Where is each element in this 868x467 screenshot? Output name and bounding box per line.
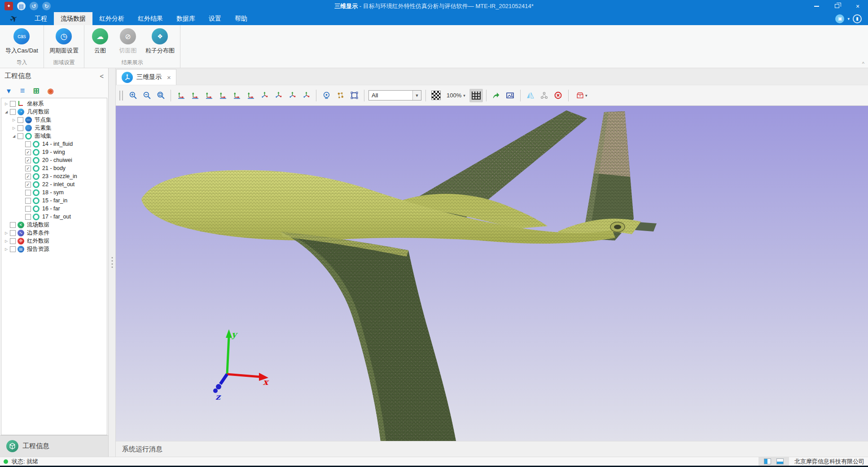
tree-expander[interactable]: ▷ bbox=[3, 231, 9, 235]
display-filter-combo[interactable]: All ▼ bbox=[368, 90, 421, 100]
redo-icon[interactable]: ↻ bbox=[42, 2, 51, 10]
tree-expander[interactable]: ▷ bbox=[11, 118, 17, 122]
transparency-button[interactable] bbox=[429, 89, 443, 102]
viewport-3d[interactable]: y x z bbox=[116, 106, 868, 441]
tree-row[interactable]: ✓ 20 - chuiwei bbox=[1, 156, 107, 164]
tree-row[interactable]: ✓ 21 - body bbox=[1, 164, 107, 172]
tree-row[interactable]: 流场数据 bbox=[1, 221, 107, 229]
tree-row[interactable]: 16 - far bbox=[1, 205, 107, 213]
tree-checkbox[interactable] bbox=[18, 133, 23, 139]
menu-item[interactable]: 流场数据 bbox=[54, 12, 92, 25]
panel-splitter[interactable] bbox=[109, 68, 116, 457]
tree-row[interactable]: ▷ 节点集 bbox=[1, 116, 107, 124]
section-box-button[interactable]: ▾ bbox=[572, 89, 592, 102]
menu-item[interactable]: 帮助 bbox=[228, 12, 254, 25]
tree-checkbox[interactable] bbox=[25, 206, 31, 212]
project-info-bottom-tab[interactable]: 工程信息 bbox=[0, 435, 108, 457]
particle-trace-button[interactable] bbox=[333, 89, 347, 102]
sync-button[interactable] bbox=[538, 89, 551, 102]
menu-item[interactable]: 红外结果 bbox=[131, 12, 170, 25]
close-button[interactable]: × bbox=[847, 0, 868, 12]
rotate-view-button-2[interactable] bbox=[272, 89, 285, 102]
zoom-in-button[interactable] bbox=[126, 89, 140, 102]
tree-expander[interactable]: ▷ bbox=[3, 247, 9, 251]
view-bottom-button[interactable] bbox=[244, 89, 257, 102]
tree-checkbox[interactable] bbox=[10, 222, 16, 228]
tree-row[interactable]: 18 - sym bbox=[1, 188, 107, 196]
zoom-level-dropdown[interactable]: 100% ▾ bbox=[443, 92, 469, 99]
remove-button[interactable] bbox=[552, 89, 565, 102]
tree-row[interactable]: ▷ 元素集 bbox=[1, 124, 107, 132]
tree-checkbox[interactable] bbox=[10, 238, 16, 244]
tree-checkbox[interactable]: ✓ bbox=[25, 149, 31, 155]
tree-row[interactable]: 14 - int_fluid bbox=[1, 140, 107, 148]
tree-row[interactable]: ✓ 22 - inlet_out bbox=[1, 180, 107, 188]
tree-row[interactable]: ✓ 19 - wing bbox=[1, 148, 107, 156]
period-face-button[interactable]: ◷ 周期面设置 bbox=[46, 28, 82, 55]
style-icon[interactable]: ▣ bbox=[835, 14, 844, 23]
tree-row[interactable]: 15 - far_in bbox=[1, 196, 107, 205]
app-pin-icon[interactable]: ✦ bbox=[4, 2, 13, 10]
snapshot-button[interactable] bbox=[504, 89, 517, 102]
tree-checkbox[interactable] bbox=[25, 214, 31, 220]
view-left-button[interactable] bbox=[202, 89, 215, 102]
tree-checkbox[interactable] bbox=[10, 109, 16, 115]
ribbon-collapse-chevron[interactable]: ^ bbox=[862, 61, 864, 66]
tree-checkbox[interactable] bbox=[10, 230, 16, 236]
tree-row[interactable]: ▷ 红外数据 bbox=[1, 237, 107, 245]
tree-checkbox[interactable]: ✓ bbox=[25, 174, 31, 179]
tree-row[interactable]: ▷ 报告资源 bbox=[1, 245, 107, 253]
minimize-button[interactable] bbox=[806, 0, 827, 12]
filter-icon[interactable]: ▼ bbox=[5, 87, 12, 95]
tab-3d-view[interactable]: 三维显示 × bbox=[116, 69, 176, 85]
tree-row[interactable]: ◢ 面域集 bbox=[1, 132, 107, 140]
tree-row[interactable]: ▷ 坐标系 bbox=[1, 100, 107, 108]
tree-checkbox[interactable] bbox=[25, 198, 31, 204]
view-right-button[interactable] bbox=[216, 89, 229, 102]
tree-row[interactable]: ◢ 几何数据 bbox=[1, 108, 107, 116]
splitter-handle[interactable] bbox=[111, 257, 113, 268]
rotate-view-button-4[interactable] bbox=[299, 89, 313, 102]
particle-distribution-button[interactable]: ❖ 粒子分布图 bbox=[142, 28, 178, 55]
tree-expander[interactable]: ▷ bbox=[3, 102, 9, 106]
toolbar-grip[interactable] bbox=[119, 91, 123, 100]
zoom-fit-button[interactable] bbox=[154, 89, 167, 102]
tree-checkbox[interactable] bbox=[10, 246, 16, 252]
tree-checkbox[interactable] bbox=[18, 125, 23, 131]
combo-dropdown-icon[interactable]: ▼ bbox=[412, 91, 421, 100]
rotate-view-button-1[interactable] bbox=[258, 89, 271, 102]
import-casdat-button[interactable]: cas 导入Cas/Dat bbox=[2, 28, 42, 55]
contour-cloud-button[interactable]: ☁ 云图 bbox=[86, 28, 114, 55]
tab-close-icon[interactable]: × bbox=[167, 74, 171, 81]
grid-view-icon[interactable]: ⊞ bbox=[33, 86, 39, 96]
view-top-button[interactable] bbox=[230, 89, 243, 102]
view-front-button[interactable] bbox=[188, 89, 202, 102]
outline-list-icon[interactable]: ≡ bbox=[20, 86, 25, 96]
tree-expander[interactable]: ◢ bbox=[11, 134, 17, 138]
left-panel-layout-icon[interactable] bbox=[764, 458, 771, 464]
dropdown-caret-icon[interactable]: ▾ bbox=[847, 17, 850, 21]
tree-expander[interactable]: ▷ bbox=[11, 126, 17, 130]
tree-expander[interactable]: ▷ bbox=[3, 239, 9, 243]
undo-icon[interactable]: ↺ bbox=[30, 2, 38, 10]
tree-row[interactable]: ✓ 23 - nozzle_in bbox=[1, 172, 107, 180]
tree-checkbox[interactable]: ✓ bbox=[25, 157, 31, 163]
bookmark-icon[interactable]: ▮ bbox=[853, 14, 862, 23]
rotate-view-button-3[interactable] bbox=[285, 89, 299, 102]
view-back-button[interactable] bbox=[174, 89, 188, 102]
menu-item[interactable]: 红外分析 bbox=[92, 12, 131, 25]
bottom-panel-layout-icon[interactable] bbox=[776, 458, 784, 464]
box-select-button[interactable] bbox=[347, 89, 361, 102]
tree-checkbox[interactable] bbox=[10, 101, 16, 107]
tree-checkbox[interactable]: ✓ bbox=[25, 182, 31, 188]
project-tree[interactable]: ▷ 坐标系 ◢ 几何数据 ▷ 节点集 bbox=[1, 98, 107, 435]
menu-item[interactable]: 工程 bbox=[28, 12, 54, 25]
tree-expander[interactable]: ◢ bbox=[3, 110, 9, 114]
mirror-button[interactable] bbox=[524, 89, 537, 102]
grid-toggle-button[interactable] bbox=[469, 89, 483, 102]
locate-icon[interactable]: ◉ bbox=[48, 87, 54, 95]
menu-item[interactable]: 设置 bbox=[202, 12, 228, 25]
new-file-icon[interactable]: ▤ bbox=[17, 2, 26, 10]
tree-checkbox[interactable] bbox=[25, 141, 31, 147]
tree-checkbox[interactable]: ✓ bbox=[25, 166, 31, 171]
